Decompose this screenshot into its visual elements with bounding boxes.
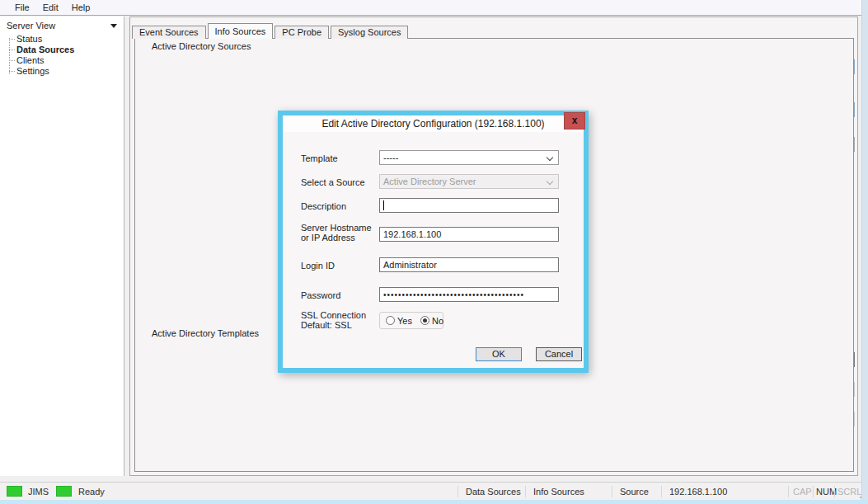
radio-checked-icon[interactable] bbox=[420, 316, 429, 325]
caps-lock-indicator: CAP bbox=[793, 487, 812, 497]
source-dropdown-value: Active Directory Server bbox=[383, 177, 476, 186]
sidebar-item-status[interactable]: Status bbox=[7, 34, 42, 44]
status-segment-ip: 192.168.1.100 bbox=[669, 487, 727, 497]
chevron-down-icon bbox=[547, 154, 553, 161]
collapse-arrow-icon[interactable] bbox=[110, 24, 117, 28]
template-dropdown[interactable]: ----- bbox=[379, 150, 559, 165]
tab-syslog-sources[interactable]: Syslog Sources bbox=[331, 26, 408, 39]
sidebar: Server View Status Data Sources Clients … bbox=[0, 16, 124, 476]
description-label: Description bbox=[301, 201, 379, 211]
ssl-label-line2: Default: SSL bbox=[301, 320, 379, 330]
status-separator bbox=[813, 486, 814, 497]
server-hostname-label: Server Hostname or IP Address bbox=[301, 223, 379, 243]
status-bar: JIMS Ready Data Sources Info Sources Sou… bbox=[0, 482, 868, 500]
radio-unchecked-icon[interactable] bbox=[386, 316, 395, 325]
login-id-input[interactable]: Administrator bbox=[379, 257, 559, 272]
menu-file[interactable]: File bbox=[8, 1, 36, 14]
sidebar-item-clients[interactable]: Clients bbox=[7, 55, 45, 65]
status-separator bbox=[661, 486, 662, 497]
ssl-connection-label: SSL Connection Default: SSL bbox=[301, 310, 379, 330]
source-dropdown: Active Directory Server bbox=[379, 174, 559, 189]
status-segment-tab: Info Sources bbox=[533, 487, 584, 497]
status-separator bbox=[457, 486, 458, 497]
tab-pc-probe[interactable]: PC Probe bbox=[274, 26, 329, 39]
dialog-title-bar[interactable]: Edit Active Directory Configuration (192… bbox=[283, 115, 584, 132]
cancel-button[interactable]: Cancel bbox=[536, 347, 582, 361]
templates-groupbox-title: Active Directory Templates bbox=[148, 328, 262, 338]
ssl-label-line1: SSL Connection bbox=[301, 310, 379, 320]
server-hostname-value: 192.168.1.100 bbox=[383, 229, 441, 239]
ok-button[interactable]: OK bbox=[476, 347, 522, 361]
chevron-down-icon bbox=[547, 178, 553, 185]
status-segment-view: Data Sources bbox=[466, 487, 521, 497]
login-id-value: Administrator bbox=[383, 260, 437, 270]
ssl-radio-group: Yes No bbox=[379, 312, 443, 329]
template-label: Template bbox=[301, 153, 379, 163]
window-right-border bbox=[861, 0, 868, 504]
template-dropdown-value: ----- bbox=[383, 153, 398, 163]
ssl-no-option[interactable]: No bbox=[420, 316, 443, 326]
dialog-title: Edit Active Directory Configuration (192… bbox=[321, 118, 544, 130]
menu-edit[interactable]: Edit bbox=[36, 1, 65, 14]
tab-event-sources[interactable]: Event Sources bbox=[132, 26, 206, 39]
ssl-yes-option[interactable]: Yes bbox=[386, 316, 412, 326]
ssl-no-label: No bbox=[432, 316, 443, 326]
sources-groupbox-title: Active Directory Sources bbox=[148, 41, 254, 51]
status-message: Ready bbox=[78, 487, 105, 497]
status-separator bbox=[834, 486, 835, 497]
window-bottom-border bbox=[0, 500, 868, 504]
server-view-label: Server View bbox=[7, 21, 55, 31]
status-separator bbox=[612, 486, 612, 497]
tab-info-sources[interactable]: Info Sources bbox=[208, 23, 274, 39]
jims-status-indicator bbox=[7, 486, 22, 497]
menu-bar: File Edit Help bbox=[0, 0, 868, 16]
description-input[interactable] bbox=[379, 198, 559, 213]
sidebar-item-settings[interactable]: Settings bbox=[7, 66, 49, 76]
password-label: Password bbox=[301, 290, 379, 300]
server-view-header[interactable]: Server View bbox=[0, 18, 124, 33]
close-icon: x bbox=[572, 115, 578, 126]
menu-help[interactable]: Help bbox=[65, 1, 97, 14]
edit-ad-configuration-dialog: Edit Active Directory Configuration (192… bbox=[278, 111, 589, 373]
application-window: File Edit Help Server View Status Data S… bbox=[0, 0, 868, 504]
sidebar-item-data-sources[interactable]: Data Sources bbox=[7, 45, 74, 54]
password-input[interactable]: •••••••••••••••••••••••••••••••••••••• bbox=[379, 287, 559, 302]
text-cursor bbox=[383, 200, 384, 210]
close-button[interactable]: x bbox=[564, 112, 585, 130]
tab-strip: Event Sources Info Sources PC Probe Sysl… bbox=[132, 24, 410, 39]
status-separator bbox=[788, 486, 789, 497]
ssl-yes-label: Yes bbox=[397, 316, 412, 326]
ready-status-indicator bbox=[56, 486, 72, 497]
status-segment-source: Source bbox=[620, 487, 649, 497]
dialog-body: Template ----- Select a Source Active Di… bbox=[283, 132, 584, 368]
scroll-lock-indicator: SCRL bbox=[838, 487, 861, 497]
app-name-label: JIMS bbox=[28, 487, 49, 497]
server-hostname-input[interactable]: 192.168.1.100 bbox=[379, 227, 559, 242]
password-masked-value: •••••••••••••••••••••••••••••••••••••• bbox=[383, 290, 524, 299]
status-separator bbox=[525, 486, 526, 497]
select-source-label: Select a Source bbox=[301, 177, 379, 187]
login-id-label: Login ID bbox=[301, 261, 379, 271]
